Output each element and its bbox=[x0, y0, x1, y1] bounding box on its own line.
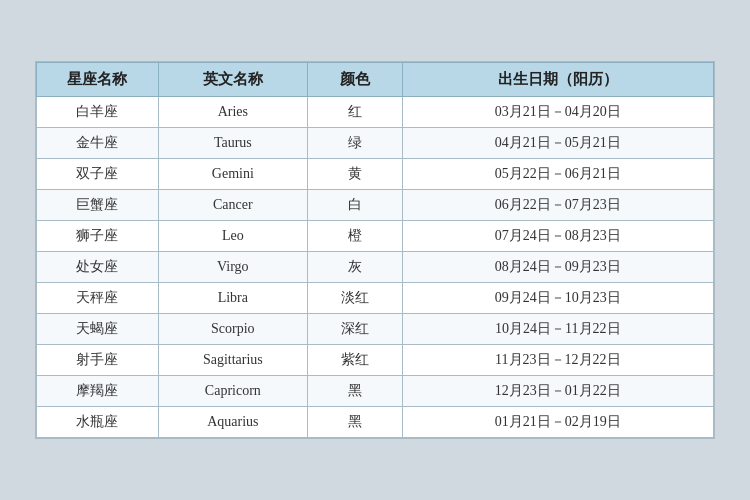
cell-date: 04月21日－05月21日 bbox=[402, 128, 713, 159]
cell-english: Capricorn bbox=[158, 376, 307, 407]
cell-date: 09月24日－10月23日 bbox=[402, 283, 713, 314]
cell-english: Gemini bbox=[158, 159, 307, 190]
table-row: 天蝎座Scorpio深红10月24日－11月22日 bbox=[37, 314, 714, 345]
cell-english: Aries bbox=[158, 97, 307, 128]
cell-date: 11月23日－12月22日 bbox=[402, 345, 713, 376]
header-date: 出生日期（阳历） bbox=[402, 63, 713, 97]
cell-color: 红 bbox=[307, 97, 402, 128]
header-color: 颜色 bbox=[307, 63, 402, 97]
cell-english: Scorpio bbox=[158, 314, 307, 345]
table-row: 天秤座Libra淡红09月24日－10月23日 bbox=[37, 283, 714, 314]
cell-date: 08月24日－09月23日 bbox=[402, 252, 713, 283]
cell-color: 黑 bbox=[307, 376, 402, 407]
cell-english: Cancer bbox=[158, 190, 307, 221]
cell-date: 05月22日－06月21日 bbox=[402, 159, 713, 190]
table-row: 摩羯座Capricorn黑12月23日－01月22日 bbox=[37, 376, 714, 407]
cell-chinese: 金牛座 bbox=[37, 128, 159, 159]
cell-chinese: 处女座 bbox=[37, 252, 159, 283]
zodiac-table: 星座名称 英文名称 颜色 出生日期（阳历） 白羊座Aries红03月21日－04… bbox=[36, 62, 714, 438]
cell-color: 黄 bbox=[307, 159, 402, 190]
cell-color: 橙 bbox=[307, 221, 402, 252]
cell-date: 06月22日－07月23日 bbox=[402, 190, 713, 221]
header-english: 英文名称 bbox=[158, 63, 307, 97]
header-chinese: 星座名称 bbox=[37, 63, 159, 97]
cell-date: 01月21日－02月19日 bbox=[402, 407, 713, 438]
cell-chinese: 摩羯座 bbox=[37, 376, 159, 407]
cell-english: Taurus bbox=[158, 128, 307, 159]
cell-color: 绿 bbox=[307, 128, 402, 159]
cell-chinese: 白羊座 bbox=[37, 97, 159, 128]
cell-chinese: 天秤座 bbox=[37, 283, 159, 314]
cell-english: Sagittarius bbox=[158, 345, 307, 376]
cell-color: 紫红 bbox=[307, 345, 402, 376]
table-row: 水瓶座Aquarius黑01月21日－02月19日 bbox=[37, 407, 714, 438]
cell-english: Leo bbox=[158, 221, 307, 252]
cell-date: 07月24日－08月23日 bbox=[402, 221, 713, 252]
cell-english: Aquarius bbox=[158, 407, 307, 438]
table-header-row: 星座名称 英文名称 颜色 出生日期（阳历） bbox=[37, 63, 714, 97]
cell-chinese: 狮子座 bbox=[37, 221, 159, 252]
table-row: 双子座Gemini黄05月22日－06月21日 bbox=[37, 159, 714, 190]
table-row: 巨蟹座Cancer白06月22日－07月23日 bbox=[37, 190, 714, 221]
cell-chinese: 水瓶座 bbox=[37, 407, 159, 438]
cell-color: 灰 bbox=[307, 252, 402, 283]
cell-chinese: 天蝎座 bbox=[37, 314, 159, 345]
table-row: 处女座Virgo灰08月24日－09月23日 bbox=[37, 252, 714, 283]
cell-english: Virgo bbox=[158, 252, 307, 283]
table-row: 金牛座Taurus绿04月21日－05月21日 bbox=[37, 128, 714, 159]
cell-color: 黑 bbox=[307, 407, 402, 438]
table-row: 射手座Sagittarius紫红11月23日－12月22日 bbox=[37, 345, 714, 376]
table-row: 狮子座Leo橙07月24日－08月23日 bbox=[37, 221, 714, 252]
cell-color: 淡红 bbox=[307, 283, 402, 314]
cell-english: Libra bbox=[158, 283, 307, 314]
cell-date: 03月21日－04月20日 bbox=[402, 97, 713, 128]
cell-chinese: 巨蟹座 bbox=[37, 190, 159, 221]
cell-chinese: 双子座 bbox=[37, 159, 159, 190]
cell-date: 10月24日－11月22日 bbox=[402, 314, 713, 345]
table-row: 白羊座Aries红03月21日－04月20日 bbox=[37, 97, 714, 128]
cell-color: 深红 bbox=[307, 314, 402, 345]
cell-chinese: 射手座 bbox=[37, 345, 159, 376]
zodiac-table-container: 星座名称 英文名称 颜色 出生日期（阳历） 白羊座Aries红03月21日－04… bbox=[35, 61, 715, 439]
cell-date: 12月23日－01月22日 bbox=[402, 376, 713, 407]
cell-color: 白 bbox=[307, 190, 402, 221]
